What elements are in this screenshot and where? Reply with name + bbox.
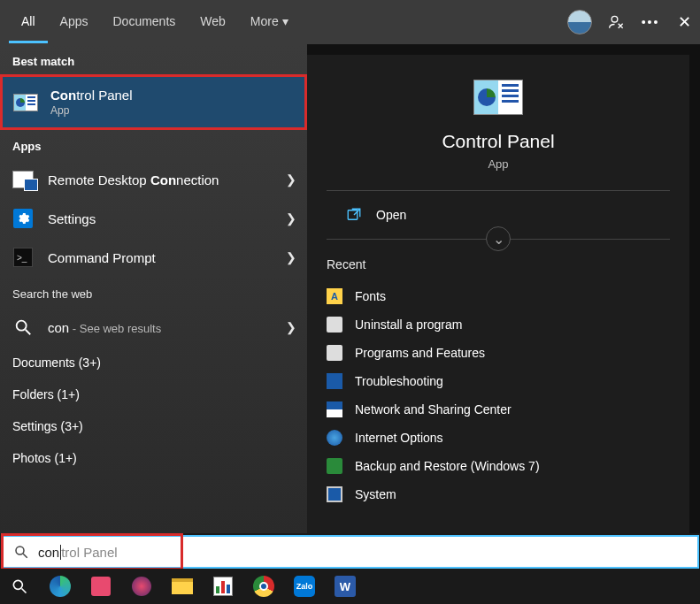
settings-icon: [11, 206, 35, 231]
search-web-label: Search the web: [0, 277, 307, 308]
recent-label: Recent: [327, 257, 670, 271]
preview-panel: Control Panel App Open ⌄ Recent AFonts U…: [307, 44, 700, 533]
expand-button[interactable]: ⌄: [486, 226, 511, 251]
taskbar-word-icon[interactable]: W: [333, 574, 358, 599]
result-title: Command Prompt: [48, 250, 286, 265]
svg-rect-3: [348, 210, 358, 220]
tab-more[interactable]: More▾: [238, 2, 301, 43]
tab-apps[interactable]: Apps: [48, 2, 101, 43]
best-match-label: Best match: [0, 44, 307, 75]
category-photos[interactable]: Photos (1+): [0, 442, 307, 474]
category-folders[interactable]: Folders (1+): [0, 378, 307, 410]
fonts-icon: A: [327, 288, 342, 304]
result-web-search[interactable]: con - See web results ❯: [0, 308, 307, 347]
result-title: con - See web results: [48, 320, 286, 335]
search-tabs: All Apps Documents Web More▾: [9, 2, 301, 43]
options-icon[interactable]: •••: [642, 13, 659, 31]
svg-point-0: [612, 16, 618, 22]
svg-point-4: [16, 547, 24, 554]
result-title: Control Panel: [50, 88, 294, 103]
svg-point-6: [13, 580, 22, 589]
chevron-right-icon: ❯: [286, 211, 296, 226]
search-typed-text: con: [38, 545, 61, 560]
search-header: All Apps Documents Web More▾ ••• ✕: [0, 0, 700, 44]
recent-uninstall[interactable]: Uninstall a program: [327, 310, 670, 339]
recent-network[interactable]: Network and Sharing Center: [327, 395, 670, 424]
user-avatar[interactable]: [567, 10, 592, 34]
search-icon: [11, 315, 35, 340]
preview-title: Control Panel: [442, 131, 554, 152]
network-icon: [327, 401, 342, 417]
search-input[interactable]: control Panel: [1, 535, 699, 569]
control-panel-icon: [473, 80, 523, 115]
category-documents[interactable]: Documents (3+): [0, 347, 307, 378]
taskbar-chart-icon[interactable]: [211, 574, 235, 599]
category-settings[interactable]: Settings (3+): [0, 410, 307, 442]
taskbar-chrome-icon[interactable]: [251, 574, 276, 599]
svg-point-1: [17, 321, 27, 331]
highlight-best-match: Control Panel App: [0, 74, 307, 130]
recent-fonts[interactable]: AFonts: [327, 282, 670, 310]
tab-all[interactable]: All: [9, 2, 48, 43]
taskbar-explorer-icon[interactable]: [170, 574, 195, 599]
result-title: Remote Desktop Connection: [48, 172, 286, 187]
svg-line-7: [22, 589, 27, 593]
backup-icon: [327, 458, 342, 474]
taskbar-edge-icon[interactable]: [48, 574, 73, 599]
control-panel-icon: [13, 90, 38, 115]
result-sub: App: [50, 104, 294, 117]
taskbar-app1-icon[interactable]: [88, 574, 113, 599]
chevron-down-icon: ⌄: [493, 231, 504, 248]
uninstall-icon: [327, 317, 342, 333]
search-icon: [13, 544, 29, 560]
open-button[interactable]: Open: [346, 207, 650, 223]
programs-icon: [327, 345, 342, 361]
search-autocomplete-hint: trol Panel: [61, 545, 117, 560]
taskbar-snip-icon[interactable]: [129, 574, 154, 599]
result-command-prompt[interactable]: >_ Command Prompt ❯: [0, 238, 307, 277]
cmd-icon: >_: [11, 245, 35, 270]
recent-system[interactable]: System: [327, 480, 670, 508]
preview-sub: App: [488, 157, 508, 171]
result-control-panel[interactable]: Control Panel App: [3, 77, 304, 127]
chevron-right-icon: ❯: [286, 172, 296, 187]
taskbar-zalo-icon[interactable]: Zalo: [292, 574, 317, 599]
system-icon: [327, 486, 342, 502]
tab-documents[interactable]: Documents: [100, 2, 188, 43]
taskbar-search-icon[interactable]: [7, 574, 32, 599]
result-remote-desktop[interactable]: Remote Desktop Connection ❯: [0, 160, 307, 199]
open-icon: [346, 207, 362, 223]
recent-troubleshooting[interactable]: Troubleshooting: [327, 367, 670, 395]
internet-icon: [327, 430, 342, 446]
tab-web[interactable]: Web: [188, 2, 238, 43]
svg-line-5: [23, 554, 27, 558]
recent-internet[interactable]: Internet Options: [327, 424, 670, 452]
recent-programs[interactable]: Programs and Features: [327, 339, 670, 367]
chevron-down-icon: ▾: [282, 14, 288, 28]
chevron-right-icon: ❯: [286, 320, 296, 334]
chevron-right-icon: ❯: [286, 250, 296, 264]
feedback-icon[interactable]: [608, 13, 626, 31]
svg-line-2: [26, 330, 31, 335]
result-settings[interactable]: Settings ❯: [0, 199, 307, 238]
recent-backup[interactable]: Backup and Restore (Windows 7): [327, 452, 670, 480]
result-title: Settings: [48, 211, 286, 226]
taskbar: Zalo W: [0, 569, 700, 604]
open-label: Open: [376, 208, 406, 222]
results-panel: Best match Control Panel App Apps Remote…: [0, 44, 307, 533]
apps-label: Apps: [0, 129, 307, 160]
troubleshoot-icon: [327, 373, 342, 389]
remote-desktop-icon: [11, 167, 35, 192]
close-icon[interactable]: ✕: [675, 13, 693, 31]
